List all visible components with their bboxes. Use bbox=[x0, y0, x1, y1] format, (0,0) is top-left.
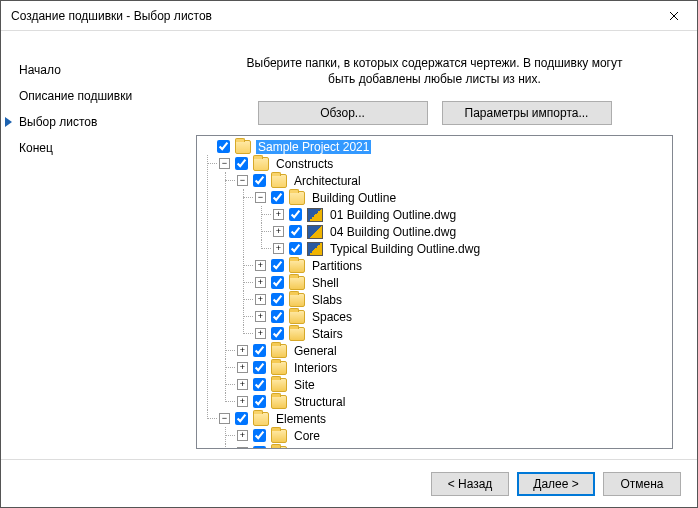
tree-node-folder[interactable]: +General bbox=[237, 342, 672, 359]
checkbox[interactable] bbox=[253, 344, 266, 357]
tree-node-constructs[interactable]: − Constructs bbox=[219, 155, 672, 172]
tree-node-architectural[interactable]: − Architectural bbox=[237, 172, 672, 189]
checkbox[interactable] bbox=[253, 395, 266, 408]
expand-toggle[interactable]: + bbox=[255, 277, 266, 288]
expand-toggle[interactable]: + bbox=[273, 226, 284, 237]
tree-node-file[interactable]: + 04 Building Outline.dwg bbox=[273, 223, 672, 240]
wizard-sidebar: Начало Описание подшивки Выбор листов Ко… bbox=[1, 31, 186, 459]
tree-node-folder[interactable]: +Interiors bbox=[237, 359, 672, 376]
main-panel: Выберите папки, в которых содержатся чер… bbox=[186, 31, 697, 459]
tree-node-root[interactable]: Sample Project 2021 bbox=[201, 138, 672, 155]
collapse-toggle[interactable]: − bbox=[237, 175, 248, 186]
import-options-button[interactable]: Параметры импорта... bbox=[442, 101, 612, 125]
expand-toggle[interactable]: + bbox=[273, 209, 284, 220]
checkbox[interactable] bbox=[271, 293, 284, 306]
collapse-toggle[interactable]: − bbox=[219, 413, 230, 424]
node-label[interactable]: Typical Building Outline.dwg bbox=[328, 242, 482, 256]
folder-icon bbox=[271, 344, 287, 358]
tree-node-folder[interactable]: +Core bbox=[237, 427, 672, 444]
checkbox[interactable] bbox=[289, 242, 302, 255]
tree-node-folder[interactable]: +Shell bbox=[255, 274, 672, 291]
node-label[interactable]: General bbox=[292, 344, 339, 358]
expand-toggle[interactable]: + bbox=[237, 362, 248, 373]
node-label[interactable]: Structural bbox=[292, 395, 347, 409]
expand-toggle[interactable]: + bbox=[255, 260, 266, 271]
node-label[interactable]: Stairs bbox=[310, 327, 345, 341]
step-finish[interactable]: Конец bbox=[19, 135, 186, 161]
node-label[interactable]: Furniture bbox=[292, 446, 344, 449]
checkbox[interactable] bbox=[271, 191, 284, 204]
checkbox[interactable] bbox=[271, 259, 284, 272]
tree-node-folder[interactable]: +Stairs bbox=[255, 325, 672, 342]
checkbox[interactable] bbox=[253, 378, 266, 391]
folder-tree[interactable]: Sample Project 2021 − Constructs bbox=[196, 135, 673, 449]
checkbox[interactable] bbox=[235, 412, 248, 425]
collapse-toggle[interactable]: − bbox=[219, 158, 230, 169]
node-label[interactable]: Partitions bbox=[310, 259, 364, 273]
tree-node-elements[interactable]: − Elements bbox=[219, 410, 672, 427]
next-button[interactable]: Далее > bbox=[517, 472, 595, 496]
tree-node-building-outline[interactable]: − Building Outline bbox=[255, 189, 672, 206]
collapse-toggle[interactable]: − bbox=[255, 192, 266, 203]
checkbox[interactable] bbox=[235, 157, 248, 170]
folder-open-icon bbox=[289, 191, 305, 205]
expand-toggle[interactable]: + bbox=[237, 430, 248, 441]
expand-toggle[interactable]: + bbox=[255, 311, 266, 322]
dwg-icon bbox=[307, 208, 323, 222]
step-choose-sheets[interactable]: Выбор листов bbox=[19, 109, 186, 135]
folder-icon bbox=[289, 293, 305, 307]
checkbox[interactable] bbox=[271, 327, 284, 340]
node-label[interactable]: Interiors bbox=[292, 361, 339, 375]
close-button[interactable] bbox=[651, 1, 697, 31]
expand-toggle[interactable]: + bbox=[237, 345, 248, 356]
expand-toggle[interactable]: + bbox=[273, 243, 284, 254]
node-label[interactable]: Building Outline bbox=[310, 191, 398, 205]
tree-node-folder[interactable]: +Slabs bbox=[255, 291, 672, 308]
back-button[interactable]: < Назад bbox=[431, 472, 509, 496]
checkbox[interactable] bbox=[253, 446, 266, 449]
node-label[interactable]: Architectural bbox=[292, 174, 363, 188]
node-label[interactable]: Shell bbox=[310, 276, 341, 290]
checkbox[interactable] bbox=[253, 361, 266, 374]
step-sheetset-desc[interactable]: Описание подшивки bbox=[19, 83, 186, 109]
folder-icon bbox=[271, 446, 287, 449]
node-label[interactable]: 04 Building Outline.dwg bbox=[328, 225, 458, 239]
checkbox[interactable] bbox=[217, 140, 230, 153]
folder-icon bbox=[289, 310, 305, 324]
tree-node-folder[interactable]: +Site bbox=[237, 376, 672, 393]
close-icon bbox=[669, 11, 679, 21]
expand-toggle[interactable]: + bbox=[255, 294, 266, 305]
expand-toggle[interactable]: + bbox=[237, 447, 248, 449]
tree-node-file[interactable]: + 01 Building Outline.dwg bbox=[273, 206, 672, 223]
node-label[interactable]: 01 Building Outline.dwg bbox=[328, 208, 458, 222]
title-bar: Создание подшивки - Выбор листов bbox=[1, 1, 697, 31]
button-row: Обзор... Параметры импорта... bbox=[196, 101, 673, 125]
dwg-icon bbox=[307, 225, 323, 239]
tree-node-folder[interactable]: +Spaces bbox=[255, 308, 672, 325]
tree-node-file[interactable]: + Typical Building Outline.dwg bbox=[273, 240, 672, 257]
tree-node-folder[interactable]: +Furniture bbox=[237, 444, 672, 449]
checkbox[interactable] bbox=[289, 225, 302, 238]
node-label[interactable]: Spaces bbox=[310, 310, 354, 324]
checkbox[interactable] bbox=[289, 208, 302, 221]
checkbox[interactable] bbox=[271, 276, 284, 289]
expand-toggle[interactable]: + bbox=[237, 379, 248, 390]
checkbox[interactable] bbox=[253, 174, 266, 187]
folder-icon bbox=[271, 378, 287, 392]
tree-node-folder[interactable]: +Structural bbox=[237, 393, 672, 410]
expand-toggle[interactable]: + bbox=[237, 396, 248, 407]
checkbox[interactable] bbox=[253, 429, 266, 442]
browse-button[interactable]: Обзор... bbox=[258, 101, 428, 125]
step-start[interactable]: Начало bbox=[19, 57, 186, 83]
node-label[interactable]: Slabs bbox=[310, 293, 344, 307]
node-label[interactable]: Core bbox=[292, 429, 322, 443]
tree-node-folder[interactable]: +Partitions bbox=[255, 257, 672, 274]
toggle-spacer bbox=[201, 141, 212, 152]
cancel-button[interactable]: Отмена bbox=[603, 472, 681, 496]
node-label[interactable]: Sample Project 2021 bbox=[256, 140, 371, 154]
expand-toggle[interactable]: + bbox=[255, 328, 266, 339]
node-label[interactable]: Elements bbox=[274, 412, 328, 426]
node-label[interactable]: Site bbox=[292, 378, 317, 392]
node-label[interactable]: Constructs bbox=[274, 157, 335, 171]
checkbox[interactable] bbox=[271, 310, 284, 323]
